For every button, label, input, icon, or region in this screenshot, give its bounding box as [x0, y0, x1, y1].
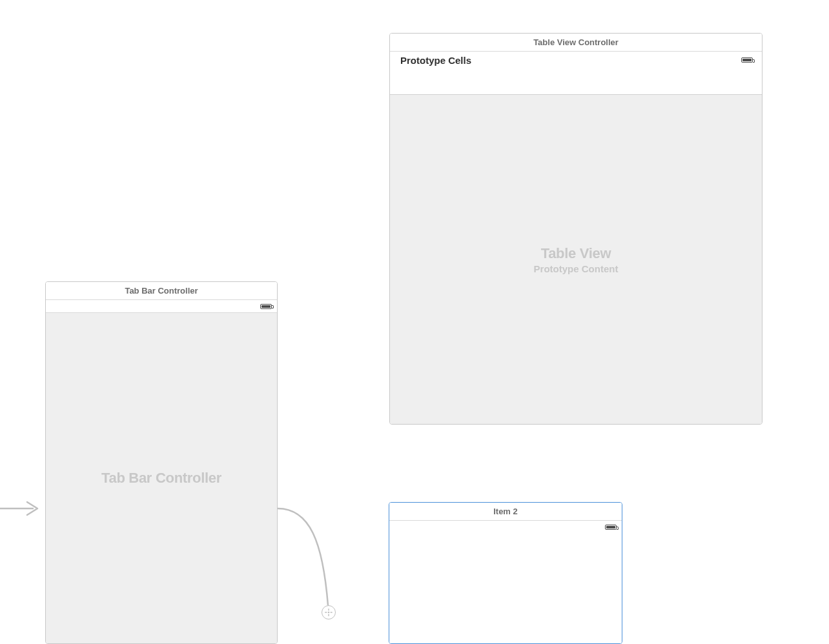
prototype-cell-row[interactable] — [390, 68, 762, 94]
svg-point-1 — [328, 612, 330, 614]
battery-icon — [605, 525, 617, 530]
battery-icon — [741, 57, 753, 63]
scene-title: Item 2 — [389, 503, 622, 521]
table-view-body[interactable]: Table View Prototype Content — [390, 95, 762, 424]
placeholder-sublabel: Prototype Content — [534, 263, 619, 274]
scene-body: Tab Bar Controller — [46, 313, 277, 643]
prototype-cells-label: Prototype Cells — [400, 55, 471, 66]
segue-node-icon[interactable] — [322, 605, 336, 619]
segue-connection[interactable] — [278, 503, 394, 632]
scene-item-2[interactable]: Item 2 — [389, 502, 622, 644]
scene-tab-bar-controller[interactable]: Tab Bar Controller Tab Bar Controller — [45, 281, 278, 644]
scene-title: Tab Bar Controller — [46, 282, 277, 300]
placeholder-label: Tab Bar Controller — [101, 470, 221, 487]
scene-body — [389, 534, 622, 643]
scene-title: Table View Controller — [390, 34, 762, 52]
status-bar — [46, 300, 277, 313]
placeholder-label: Table View — [541, 245, 611, 262]
prototype-cells-section[interactable]: Prototype Cells — [390, 52, 762, 95]
scene-table-view-controller[interactable]: Table View Controller Prototype Cells Ta… — [389, 33, 762, 425]
initial-vc-arrow[interactable] — [0, 498, 44, 519]
status-bar — [389, 521, 622, 534]
battery-icon — [260, 304, 272, 309]
